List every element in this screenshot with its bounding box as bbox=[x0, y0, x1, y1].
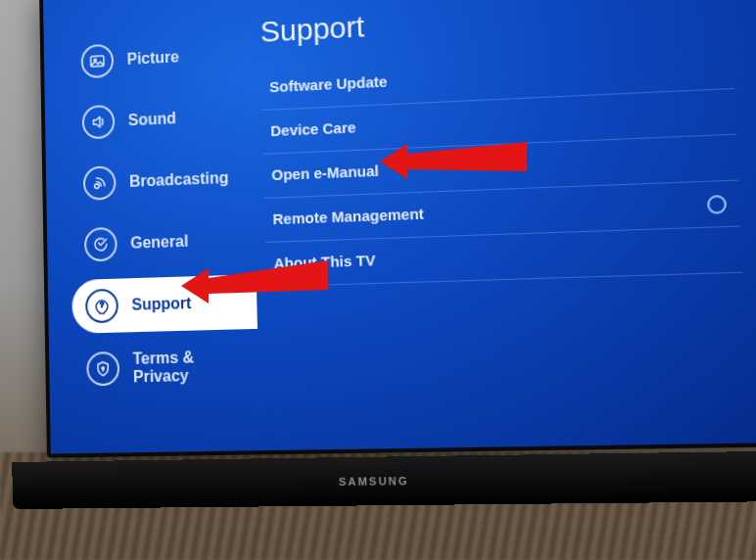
privacy-icon bbox=[86, 351, 119, 386]
option-label: Device Care bbox=[270, 118, 356, 139]
page-title: Support bbox=[260, 0, 732, 49]
brand-logo: SAMSUNG bbox=[339, 475, 409, 488]
sidebar-item-label: General bbox=[130, 232, 188, 252]
sidebar-item-label: Picture bbox=[126, 48, 179, 69]
sidebar-item-label: Broadcasting bbox=[129, 169, 229, 191]
settings-sidebar: Picture Sound Broadcasting General bbox=[43, 0, 260, 454]
broadcasting-icon bbox=[83, 165, 117, 201]
option-label: Open e-Manual bbox=[271, 162, 379, 183]
option-label: About This TV bbox=[273, 252, 375, 272]
option-label: Remote Management bbox=[272, 205, 424, 227]
sidebar-item-sound[interactable]: Sound bbox=[69, 88, 254, 150]
sidebar-item-terms-privacy[interactable]: Terms & Privacy bbox=[72, 337, 259, 397]
sidebar-item-label: Support bbox=[131, 295, 191, 314]
picture-icon bbox=[81, 44, 115, 79]
sidebar-item-support[interactable]: ? Support bbox=[71, 274, 258, 334]
general-icon bbox=[84, 227, 118, 262]
tv-bezel: SAMSUNG bbox=[12, 451, 756, 509]
main-panel: Support Software Update Device Care Open… bbox=[250, 0, 756, 450]
support-icon: ? bbox=[85, 289, 118, 324]
sidebar-item-broadcasting[interactable]: Broadcasting bbox=[70, 150, 255, 210]
sidebar-item-picture[interactable]: Picture bbox=[68, 26, 252, 89]
sound-icon bbox=[82, 105, 116, 140]
tv-screen: Picture Sound Broadcasting General bbox=[39, 0, 756, 458]
toggle-icon[interactable] bbox=[707, 194, 727, 213]
sidebar-item-label: Sound bbox=[128, 110, 176, 129]
svg-text:?: ? bbox=[100, 300, 104, 308]
svg-point-2 bbox=[95, 184, 99, 189]
sidebar-item-label: Terms & Privacy bbox=[132, 348, 245, 387]
option-label: Software Update bbox=[269, 72, 388, 95]
sidebar-item-general[interactable]: General bbox=[71, 212, 256, 272]
